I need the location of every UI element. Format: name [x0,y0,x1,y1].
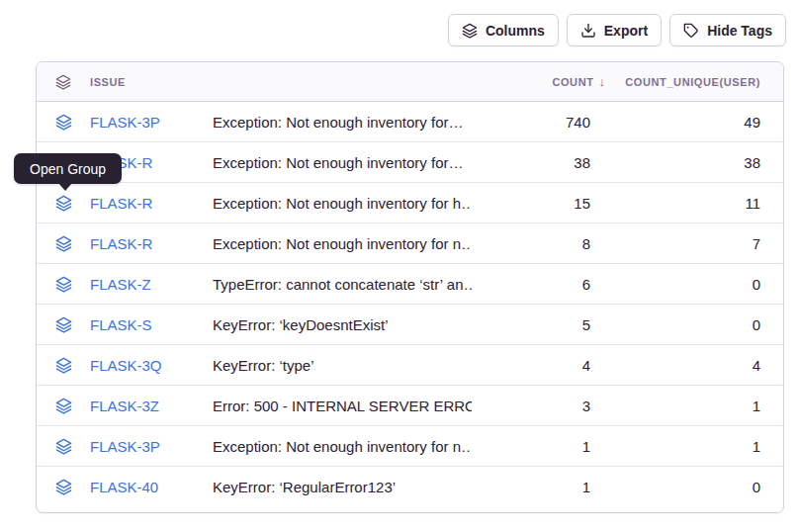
issue-title: Exception: Not enough inventory for… [213,154,472,171]
export-button-label: Export [604,23,648,39]
open-group-stack-icon[interactable] [37,357,90,374]
count-value: 15 [472,195,590,212]
column-header-issue[interactable]: ISSUE [90,76,213,88]
open-group-stack-icon[interactable] [37,235,90,252]
count-value: 1 [472,438,590,455]
issue-link[interactable]: FLASK-R [90,195,213,212]
export-button[interactable]: Export [567,14,662,46]
open-group-stack-icon[interactable] [37,438,90,455]
table-body: FLASK-3P Exception: Not enough inventory… [37,102,783,507]
table-toolbar: Columns Export Hide Tags [448,14,786,46]
count-value: 38 [472,154,590,171]
download-icon [580,23,596,39]
issue-link[interactable]: FLASK-S [90,316,213,333]
table-row: FLASK-3P Exception: Not enough inventory… [37,426,783,467]
count-unique-value: 0 [590,276,760,293]
issue-title: Exception: Not enough inventory for n… [213,438,472,455]
count-unique-value: 11 [590,195,760,212]
stack-icon [462,23,478,39]
count-value: 1 [472,479,590,495]
table-row: FLASK-S KeyError: ‘keyDoesntExist’ 5 0 [37,305,783,345]
issue-title: Exception: Not enough inventory for h… [213,195,472,212]
open-group-stack-icon[interactable] [37,276,90,293]
count-unique-value: 1 [590,438,760,455]
count-header-label: COUNT [552,76,593,88]
count-unique-value: 0 [590,479,760,495]
open-group-stack-icon[interactable] [37,398,90,414]
table-row: FLASK-3P Exception: Not enough inventory… [37,102,783,142]
table-row: FLASK-R Exception: Not enough inventory … [37,142,783,183]
tag-icon [683,23,699,39]
issue-title: Exception: Not enough inventory for… [213,114,472,131]
count-value: 8 [472,235,590,252]
count-unique-value: 7 [590,235,760,252]
table-row: FLASK-R Exception: Not enough inventory … [37,223,783,264]
column-header-count-unique-user[interactable]: COUNT_UNIQUE(USER) [590,76,760,88]
open-group-stack-icon[interactable] [37,479,90,495]
hide-tags-button[interactable]: Hide Tags [669,14,786,46]
issue-link[interactable]: FLASK-3P [90,438,213,455]
count-value: 3 [472,398,590,414]
issue-link[interactable]: FLASK-Z [90,276,213,293]
count-value: 740 [472,114,590,131]
column-header-count[interactable]: COUNT ↓ [472,74,590,89]
table-row: FLASK-3Q KeyError: ‘type’ 4 4 [37,345,783,386]
table-row: FLASK-3Z Error: 500 - INTERNAL SERVER ER… [37,386,783,426]
issue-link[interactable]: FLASK-3Z [90,398,213,414]
hide-tags-button-label: Hide Tags [707,23,772,39]
table-row: FLASK-Z TypeError: cannot concatenate ‘s… [37,264,783,305]
count-unique-value: 1 [590,398,760,414]
stack-icon [37,74,90,90]
count-value: 5 [472,316,590,333]
count-unique-value: 49 [590,114,760,131]
open-group-stack-icon[interactable] [37,114,90,131]
count-unique-value: 0 [590,316,760,333]
open-group-stack-icon[interactable] [37,316,90,333]
columns-button[interactable]: Columns [448,14,559,46]
open-group-tooltip-label: Open Group [30,161,106,177]
table-row: FLASK-40 KeyError: ‘RegularError123’ 1 0 [37,467,783,507]
open-group-tooltip: Open Group [14,153,122,184]
issue-title: TypeError: cannot concatenate ‘str’ an… [213,276,472,293]
issue-title: KeyError: ‘RegularError123’ [213,479,472,495]
table-row: FLASK-R Exception: Not enough inventory … [37,183,783,223]
count-unique-value: 38 [590,154,760,171]
count-unique-value: 4 [590,357,760,374]
issue-title: Exception: Not enough inventory for n… [213,235,472,252]
issue-link[interactable]: FLASK-3Q [90,357,213,374]
table-header-row: ISSUE COUNT ↓ COUNT_UNIQUE(USER) [37,62,783,102]
issue-title: Error: 500 - INTERNAL SERVER ERROR [213,398,472,414]
count-value: 4 [472,357,590,374]
issue-link[interactable]: FLASK-40 [90,479,213,495]
issue-title: KeyError: ‘keyDoesntExist’ [213,316,472,333]
count-value: 6 [472,276,590,293]
issue-link[interactable]: FLASK-3P [90,114,213,131]
columns-button-label: Columns [486,23,545,39]
issue-title: KeyError: ‘type’ [213,357,472,374]
results-table: ISSUE COUNT ↓ COUNT_UNIQUE(USER) FLASK-3… [36,61,784,513]
issue-link[interactable]: FLASK-R [90,235,213,252]
